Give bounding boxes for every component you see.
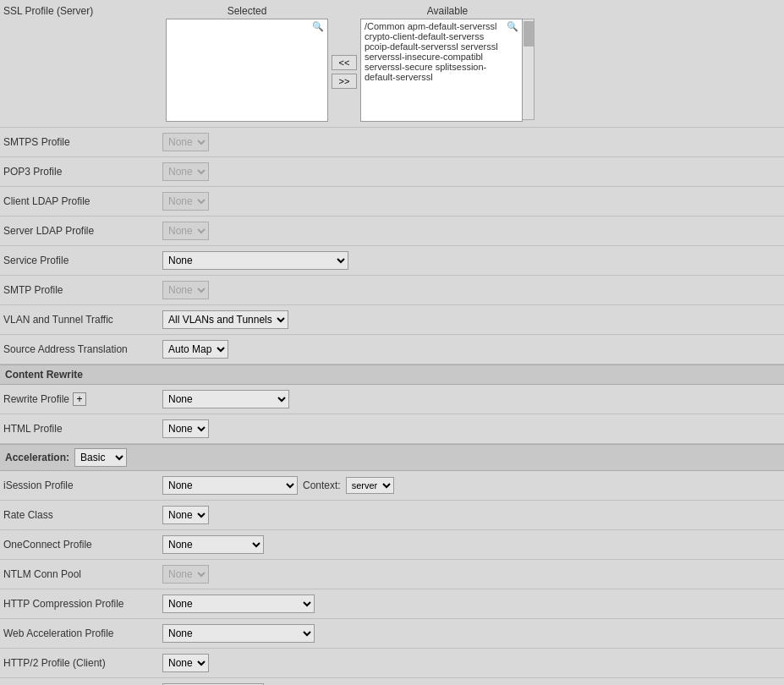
ntlm-conn-pool-select[interactable]: None bbox=[162, 565, 209, 584]
smtps-profile-row: SMTPS Profile None bbox=[0, 128, 784, 157]
source-address-translation-row: Source Address Translation Auto Map bbox=[0, 335, 784, 364]
client-ldap-profile-select[interactable]: None bbox=[162, 192, 209, 211]
client-ldap-profile-control: None bbox=[159, 190, 784, 212]
isession-profile-control: None Context: server client bbox=[159, 474, 784, 496]
vlan-tunnel-traffic-select[interactable]: All VLANs and Tunnels bbox=[162, 310, 288, 329]
context-label: Context: bbox=[303, 480, 341, 491]
rewrite-profile-select[interactable]: None bbox=[162, 390, 289, 408]
rate-class-row: Rate Class None bbox=[0, 501, 784, 530]
http-compression-profile-select[interactable]: None bbox=[162, 595, 315, 613]
smtps-profile-control: None bbox=[159, 131, 784, 153]
html-profile-select[interactable]: None bbox=[162, 419, 209, 438]
web-acceleration-profile-select[interactable]: None bbox=[162, 624, 315, 643]
vlan-tunnel-traffic-row: VLAN and Tunnel Traffic All VLANs and Tu… bbox=[0, 305, 784, 335]
available-header: Available bbox=[360, 5, 535, 17]
smtp-profile-select[interactable]: None bbox=[162, 281, 209, 299]
html-profile-label: HTML Profile bbox=[0, 421, 159, 436]
ssl-profile-server-label: SSL Profile (Server) bbox=[0, 0, 159, 19]
pop3-profile-control: None bbox=[159, 161, 784, 183]
http2-profile-client-control: None bbox=[159, 652, 784, 674]
smtps-profile-label: SMTPS Profile bbox=[0, 134, 159, 150]
ntlm-conn-pool-label: NTLM Conn Pool bbox=[0, 567, 159, 582]
acceleration-header-row: Acceleration: Basic None LAN WAN Mobile bbox=[0, 444, 784, 471]
source-address-translation-select[interactable]: Auto Map bbox=[162, 340, 228, 359]
server-ldap-profile-label: Server LDAP Profile bbox=[0, 223, 159, 238]
ntlm-conn-pool-control: None bbox=[159, 563, 784, 585]
http2-profile-server-row: HTTP/2 Profile (Server) None bbox=[0, 678, 784, 685]
oneconnect-profile-row: OneConnect Profile None bbox=[0, 530, 784, 560]
http2-profile-client-row: HTTP/2 Profile (Client) None bbox=[0, 649, 784, 678]
rewrite-profile-control: None bbox=[159, 388, 784, 410]
http-compression-profile-label: HTTP Compression Profile bbox=[0, 596, 159, 611]
service-profile-label: Service Profile bbox=[0, 253, 159, 268]
selected-header: Selected bbox=[166, 5, 328, 17]
move-right-button[interactable]: >> bbox=[332, 74, 357, 89]
html-profile-control: None bbox=[159, 418, 784, 440]
content-rewrite-header: Content Rewrite bbox=[0, 364, 784, 385]
service-profile-control: None bbox=[159, 249, 784, 271]
selected-listbox[interactable] bbox=[167, 19, 327, 121]
smtps-profile-select[interactable]: None bbox=[162, 133, 209, 151]
ssl-profile-server-row: SSL Profile (Server) Selected 🔍 << >> bbox=[0, 0, 784, 128]
rewrite-profile-row: Rewrite Profile + None bbox=[0, 385, 784, 414]
vlan-tunnel-traffic-control: All VLANs and Tunnels bbox=[159, 309, 784, 331]
acceleration-select[interactable]: Basic None LAN WAN Mobile bbox=[74, 448, 127, 467]
ntlm-conn-pool-row: NTLM Conn Pool None bbox=[0, 560, 784, 589]
smtp-profile-control: None bbox=[159, 279, 784, 301]
isession-profile-row: iSession Profile None Context: server cl… bbox=[0, 471, 784, 501]
source-address-translation-label: Source Address Translation bbox=[0, 342, 159, 357]
service-profile-row: Service Profile None bbox=[0, 246, 784, 276]
available-scrollbar[interactable] bbox=[523, 19, 535, 120]
server-ldap-profile-select[interactable]: None bbox=[162, 222, 209, 240]
http-compression-profile-row: HTTP Compression Profile None bbox=[0, 589, 784, 619]
web-acceleration-profile-control: None bbox=[159, 622, 784, 644]
server-ldap-profile-row: Server LDAP Profile None bbox=[0, 216, 784, 246]
dual-list: Selected 🔍 << >> Available � bbox=[162, 2, 538, 125]
client-ldap-profile-row: Client LDAP Profile None bbox=[0, 187, 784, 216]
http-compression-profile-control: None bbox=[159, 593, 784, 615]
available-search-icon[interactable]: 🔍 bbox=[507, 21, 518, 32]
isession-profile-label: iSession Profile bbox=[0, 478, 159, 493]
rewrite-profile-plus-button[interactable]: + bbox=[73, 392, 86, 406]
rate-class-select[interactable]: None bbox=[162, 506, 209, 524]
rate-class-control: None bbox=[159, 504, 784, 526]
source-address-translation-control: Auto Map bbox=[159, 338, 784, 360]
http2-profile-client-label: HTTP/2 Profile (Client) bbox=[0, 655, 159, 671]
http2-profile-server-control: None bbox=[159, 682, 784, 685]
rewrite-profile-label-cell: Rewrite Profile + bbox=[0, 391, 159, 408]
available-list-area: Available 🔍 /Common apm-default-serverss… bbox=[360, 5, 535, 122]
pop3-profile-row: POP3 Profile None bbox=[0, 157, 784, 187]
available-listbox[interactable]: /Common apm-default-serverssl crypto-cli… bbox=[361, 19, 522, 121]
acceleration-label: Acceleration: bbox=[5, 452, 69, 463]
context-select[interactable]: server client bbox=[346, 477, 394, 494]
oneconnect-profile-label: OneConnect Profile bbox=[0, 537, 159, 552]
vlan-tunnel-traffic-label: VLAN and Tunnel Traffic bbox=[0, 312, 159, 327]
client-ldap-profile-label: Client LDAP Profile bbox=[0, 194, 159, 209]
available-list-wrapper: 🔍 /Common apm-default-serverssl crypto-c… bbox=[360, 19, 523, 122]
rewrite-profile-label: Rewrite Profile bbox=[3, 393, 69, 405]
smtp-profile-label: SMTP Profile bbox=[0, 282, 159, 298]
http2-profile-client-select[interactable]: None bbox=[162, 654, 209, 672]
isession-profile-select[interactable]: None bbox=[162, 476, 298, 495]
scrollbar-thumb bbox=[524, 21, 534, 47]
move-buttons-group: << >> bbox=[332, 55, 357, 89]
server-ldap-profile-control: None bbox=[159, 220, 784, 242]
selected-search-icon[interactable]: 🔍 bbox=[312, 21, 324, 32]
selected-list-area: Selected 🔍 bbox=[166, 5, 328, 122]
main-container: SSL Profile (Server) Selected 🔍 << >> bbox=[0, 0, 784, 685]
smtp-profile-row: SMTP Profile None bbox=[0, 276, 784, 305]
oneconnect-profile-select[interactable]: None bbox=[162, 535, 264, 554]
move-left-button[interactable]: << bbox=[332, 55, 357, 70]
pop3-profile-label: POP3 Profile bbox=[0, 164, 159, 179]
web-acceleration-profile-label: Web Acceleration Profile bbox=[0, 626, 159, 641]
web-acceleration-profile-row: Web Acceleration Profile None bbox=[0, 619, 784, 649]
service-profile-select[interactable]: None bbox=[162, 251, 348, 270]
rate-class-label: Rate Class bbox=[0, 507, 159, 523]
selected-list-wrapper: 🔍 bbox=[166, 19, 328, 122]
ssl-profile-server-control: Selected 🔍 << >> Available � bbox=[159, 0, 784, 127]
html-profile-row: HTML Profile None bbox=[0, 414, 784, 444]
oneconnect-profile-control: None bbox=[159, 534, 784, 556]
available-list-row: 🔍 /Common apm-default-serverssl crypto-c… bbox=[360, 19, 535, 122]
pop3-profile-select[interactable]: None bbox=[162, 162, 209, 181]
